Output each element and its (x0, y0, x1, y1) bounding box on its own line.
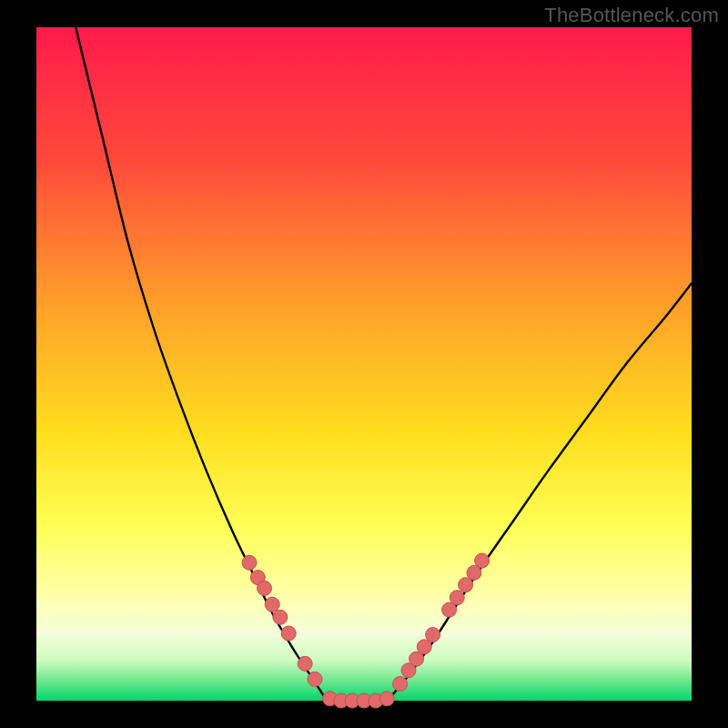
data-marker (273, 610, 288, 624)
data-marker (475, 553, 490, 568)
data-marker (426, 627, 440, 642)
data-marker (393, 677, 408, 692)
data-marker (450, 591, 464, 605)
data-marker (242, 555, 257, 570)
chart-svg (0, 0, 728, 728)
data-marker (379, 692, 394, 706)
data-marker (417, 640, 431, 654)
data-marker (298, 656, 312, 671)
chart-container: TheBottleneck.com (0, 0, 728, 728)
data-marker (265, 597, 279, 612)
data-marker (258, 581, 272, 595)
data-marker (308, 672, 322, 686)
data-marker (459, 578, 473, 592)
plot-background (36, 27, 692, 701)
data-marker (281, 626, 296, 641)
